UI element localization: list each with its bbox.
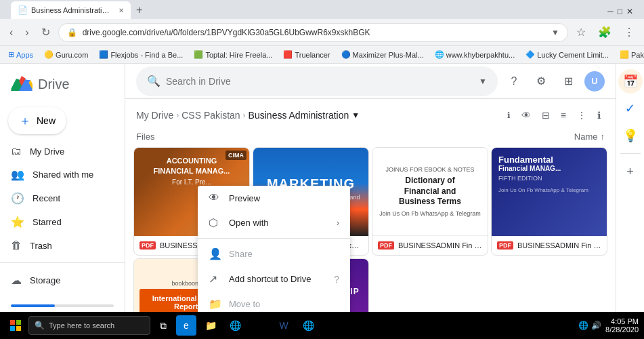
user-avatar[interactable]: U [584,71,605,92]
bookmark-item[interactable]: 🟡 Guru.com [41,49,91,60]
start-button[interactable] [5,315,26,336]
word-taskbar[interactable]: W [274,315,294,336]
new-tab-button[interactable]: + [131,1,148,19]
preview-icon: 👁 [209,192,221,204]
file-info: PDF BUSINESSADMIN Fin Ma... [492,236,607,255]
drive-header: Drive [0,69,125,102]
recent-icon: 🕐 [11,192,24,205]
bookmark-star-button[interactable]: ☆ [572,23,590,41]
trash-icon: 🗑 [11,239,22,252]
close-button[interactable]: ✕ [626,7,633,16]
keep-button[interactable]: 💡 [618,123,643,148]
bookmark-item[interactable]: 🔷 Lucky Cement Limit... [523,49,611,60]
breadcrumb-parent[interactable]: CSS Pakistan [181,110,240,121]
context-menu-open-with[interactable]: ⬡ Open with › [198,210,350,235]
details-button[interactable]: ℹ [593,107,605,123]
settings-icon-button[interactable]: ⚙ [530,71,552,92]
context-menu-preview[interactable]: 👁 Preview [198,186,350,210]
back-button[interactable]: ‹ [5,24,17,41]
sidebar-item-shared[interactable]: 👥 Shared with me [0,163,125,186]
new-button[interactable]: ＋ New [8,107,66,134]
sort-control[interactable]: Name ↑ [574,132,605,142]
file-card[interactable]: Fundamental Financial MANAG... FIFTH EDI… [491,147,607,256]
taskbar-time-display: 4:05 PM [605,317,639,325]
calendar-button[interactable]: 📅 [618,69,643,94]
chrome-2-taskbar[interactable]: 🌐 [298,315,318,336]
apps-grid-button[interactable]: ⊞ [557,71,579,92]
drive-toolbar: 🔍 ▼ ? ⚙ ⊞ U [125,64,616,99]
taskbar: 🔍 Type here to search ⧉ e 📁 🌐 🛍 W 🌐 🌐 🔊 … [0,312,644,339]
view-mode-button[interactable]: 👁 [517,107,535,123]
forward-button[interactable]: › [21,24,33,41]
list-view-button[interactable]: ≡ [557,107,570,123]
file-explorer-taskbar[interactable]: 📁 [200,315,221,336]
breadcrumb-root[interactable]: My Drive [136,110,173,121]
context-menu-share: 👤 Share [198,241,350,266]
breadcrumb-current[interactable]: Business Administration ▼ [249,110,360,121]
sidebar-item-label: Shared with me [33,170,93,180]
bookmark-item[interactable]: 🟩 Toptal: Hire Freela... [191,49,275,60]
storage-label: Storage [30,275,61,285]
more-options-button[interactable]: ⋮ [573,107,591,123]
bookmark-item[interactable]: 🟥 Truelancer [280,49,332,60]
bookmark-item[interactable]: 🟦 Flexjobs - Find a Be... [96,49,186,60]
edge-browser-taskbar[interactable]: e [176,315,196,336]
menu-divider [198,238,350,239]
question-icon-button[interactable]: ? [503,71,525,92]
search-dropdown-icon[interactable]: ▼ [479,77,487,86]
dropdown-icon[interactable]: ▼ [551,28,559,37]
bookmark-item[interactable]: 🌐 www.khyberpakhtu... [432,49,518,60]
file-name: BUSINESSADMIN Fin Ma... [517,241,601,250]
taskbar-search-placeholder: Type here to search [49,321,114,330]
sidebar-item-trash[interactable]: 🗑 Trash [0,234,125,257]
file-card[interactable]: JOINUS FOR EBOOK & NOTES Dictionary ofFi… [372,147,488,256]
add-panel-button[interactable]: + [618,159,643,184]
tab-close-icon[interactable]: ✕ [119,7,124,14]
storage-bar-fill [11,304,55,307]
file-name: BUSINESSADMIN Fin bus... [398,241,482,250]
extensions-button[interactable]: 🧩 [594,23,616,41]
breadcrumb-dropdown-icon[interactable]: ▼ [351,111,360,120]
search-bar[interactable]: 🔍 ▼ [136,66,498,96]
starred-icon: ⭐ [11,216,24,228]
sort-label: Name [574,132,598,142]
grid-view-button[interactable]: ⊟ [538,107,554,123]
minimize-button[interactable]: ─ [607,7,614,16]
task-view-button[interactable]: ⧉ [153,315,173,336]
svg-rect-16 [10,320,15,325]
sidebar-item-label: My Drive [30,146,64,157]
tasks-button[interactable]: ✓ [618,96,643,121]
store-taskbar[interactable]: 🛍 [249,315,270,336]
apps-bookmark[interactable]: ⊞ Apps [5,49,36,60]
sidebar-item-storage[interactable]: ☁ Storage [0,268,125,292]
menu-button[interactable]: ⋮ [620,23,639,41]
sort-arrow-icon: ↑ [601,132,605,142]
context-menu-add-shortcut[interactable]: ↗ Add shortcut to Drive ? [198,266,350,292]
pdf-icon: PDF [497,241,513,250]
taskbar-right: 🌐 🔊 4:05 PM 8/28/2020 [578,317,639,334]
browser-tab[interactable]: 📄 Business Administration - Goo... ✕ [11,1,131,19]
url-text: drive.google.com/drive/u/0/folders/1BPVY… [83,28,370,37]
sidebar-item-my-drive[interactable]: 🗂 My Drive [0,140,125,163]
my-drive-icon: 🗂 [11,145,22,157]
bookmark-item[interactable]: 🔵 Maximizer Plus-Mal... [339,49,427,60]
sidebar-item-starred[interactable]: ⭐ Starred [0,210,125,234]
files-label: Files [136,132,154,142]
address-bar[interactable]: 🔒 drive.google.com/drive/u/0/folders/1BP… [58,23,568,42]
open-with-icon: ⬡ [209,216,221,229]
pdf-icon: PDF [378,241,394,250]
maximize-button[interactable]: □ [618,7,622,16]
chrome-taskbar[interactable]: 🌐 [225,315,245,336]
context-menu-label: Open with [229,218,269,228]
bookmark-item[interactable]: 🟨 Pakistan | Economic... [617,49,644,60]
taskbar-search[interactable]: 🔍 Type here to search [28,316,150,335]
sidebar-item-recent[interactable]: 🕐 Recent [0,186,125,210]
search-input[interactable] [166,76,473,87]
drive-logo-icon [11,75,33,94]
network-icon: 🌐 [578,321,588,330]
info-button[interactable]: ℹ [503,108,515,123]
sidebar-item-label: Starred [33,217,62,227]
breadcrumb-separator-1: › [176,111,179,120]
reload-button[interactable]: ↻ [37,23,54,41]
lock-icon: 🔒 [67,28,77,37]
